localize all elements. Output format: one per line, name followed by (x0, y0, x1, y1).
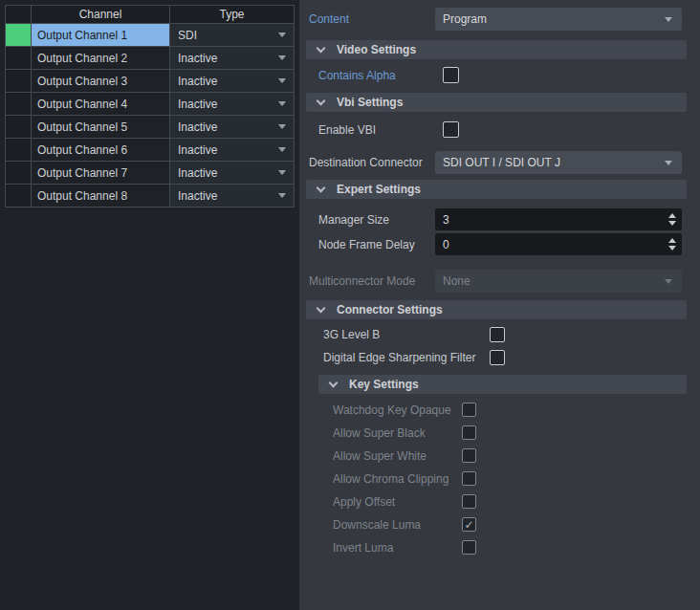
section-video-settings[interactable]: Video Settings (306, 40, 687, 59)
chevron-down-icon (317, 44, 326, 54)
channel-cell[interactable]: Output Channel 3 (32, 70, 170, 93)
downscale-luma-label: Downscale Luma (333, 518, 462, 532)
content-dropdown[interactable]: Program (435, 8, 682, 31)
table-row: Output Channel 7 Inactive (6, 162, 295, 185)
type-cell[interactable]: Inactive (170, 93, 295, 116)
spin-up-icon[interactable] (668, 213, 676, 218)
3g-level-b-checkbox[interactable] (490, 327, 505, 342)
channel-column-header: Channel (32, 6, 170, 24)
manager-size-row: Manager Size 3 (309, 208, 682, 230)
table-row: Output Channel 8 Inactive (6, 185, 295, 207)
section-key-settings[interactable]: Key Settings (318, 375, 687, 394)
allow-super-white-label: Allow Super White (333, 449, 462, 463)
row-indicator[interactable] (6, 185, 32, 207)
chevron-down-icon (278, 124, 286, 129)
apply-offset-label: Apply Offset (333, 495, 462, 509)
type-value: Inactive (178, 143, 217, 157)
type-dropdown[interactable]: Inactive (178, 189, 286, 203)
section-expert-settings[interactable]: Expert Settings (306, 180, 687, 199)
row-indicator-active[interactable] (6, 24, 32, 47)
type-cell[interactable]: Inactive (170, 162, 295, 185)
section-title: Video Settings (337, 43, 416, 56)
chevron-down-icon (278, 78, 286, 83)
section-title: Key Settings (349, 378, 419, 391)
channel-cell[interactable]: Output Channel 1 (32, 24, 170, 47)
section-title: Vbi Settings (337, 96, 403, 109)
digital-edge-row: Digital Edge Sharpening Filter (309, 350, 682, 365)
destination-connector-dropdown[interactable]: SDI OUT I / SDI OUT J (435, 151, 682, 174)
table-row: Output Channel 6 Inactive (6, 139, 295, 162)
type-dropdown[interactable]: Inactive (178, 120, 286, 134)
type-cell[interactable]: Inactive (170, 139, 295, 162)
enable-vbi-checkbox[interactable] (443, 121, 459, 138)
channel-cell[interactable]: Output Channel 5 (32, 116, 170, 139)
section-connector-settings[interactable]: Connector Settings (306, 300, 687, 319)
node-frame-delay-row: Node Frame Delay 0 (309, 233, 682, 255)
type-dropdown[interactable]: SDI (178, 29, 286, 42)
check-icon: ✓ (464, 519, 473, 531)
node-frame-delay-label: Node Frame Delay (318, 238, 435, 251)
type-dropdown[interactable]: Inactive (178, 166, 286, 180)
type-cell[interactable]: Inactive (170, 116, 295, 139)
type-cell[interactable]: SDI (170, 24, 295, 47)
type-value: Inactive (178, 52, 217, 65)
table-row: Output Channel 5 Inactive (6, 116, 295, 139)
spin-down-icon[interactable] (668, 221, 676, 226)
chevron-down-icon (317, 184, 326, 193)
section-title: Connector Settings (337, 303, 443, 316)
invert-luma-label: Invert Luma (333, 541, 462, 555)
channel-cell[interactable]: Output Channel 2 (32, 47, 170, 70)
manager-size-label: Manager Size (318, 213, 435, 227)
type-dropdown[interactable]: Inactive (178, 143, 286, 157)
manager-size-spinbox[interactable]: 3 (435, 208, 682, 230)
multiconnector-mode-dropdown: None (435, 270, 682, 293)
enable-vbi-row: Enable VBI (309, 121, 682, 138)
spin-up-icon[interactable] (668, 238, 676, 243)
type-cell[interactable]: Inactive (170, 185, 295, 207)
section-vbi-settings[interactable]: Vbi Settings (306, 93, 687, 112)
node-frame-delay-value: 0 (443, 238, 449, 251)
destination-connector-label: Destination Connector (309, 156, 435, 169)
allow-chroma-clipping-label: Allow Chroma Clipping (333, 472, 462, 486)
type-value: Inactive (178, 166, 217, 180)
row-indicator[interactable] (6, 116, 32, 139)
channel-cell[interactable]: Output Channel 8 (32, 185, 170, 207)
table-row: Output Channel 1 SDI (6, 24, 295, 47)
section-title: Expert Settings (337, 183, 421, 196)
contains-alpha-label: Contains Alpha (318, 69, 443, 82)
allow-chroma-clipping-checkbox (462, 471, 476, 486)
apply-offset-row: Apply Offset (309, 494, 682, 509)
digital-edge-label: Digital Edge Sharpening Filter (323, 351, 490, 364)
spin-down-icon[interactable] (668, 246, 676, 251)
type-dropdown[interactable]: Inactive (178, 98, 286, 111)
node-frame-delay-spinbox[interactable]: 0 (435, 233, 682, 255)
type-cell[interactable]: Inactive (170, 70, 295, 93)
row-indicator[interactable] (6, 162, 32, 185)
type-dropdown[interactable]: Inactive (178, 75, 286, 88)
multiconnector-mode-row: Multiconnector Mode None (309, 270, 682, 293)
contains-alpha-checkbox[interactable] (443, 67, 459, 83)
app-window: Channel Type Output Channel 1 SDI Output… (0, 0, 700, 610)
row-indicator[interactable] (6, 93, 32, 116)
channel-cell[interactable]: Output Channel 6 (32, 139, 170, 162)
digital-edge-checkbox[interactable] (490, 350, 505, 365)
channel-cell[interactable]: Output Channel 7 (32, 162, 170, 185)
watchdog-key-opaque-checkbox (462, 403, 476, 417)
chevron-down-icon (665, 161, 672, 165)
chevron-down-icon (278, 147, 286, 152)
row-indicator[interactable] (6, 47, 32, 70)
contains-alpha-row: Contains Alpha (309, 67, 682, 83)
type-dropdown[interactable]: Inactive (178, 52, 286, 65)
allow-chroma-clipping-row: Allow Chroma Clipping (309, 471, 682, 486)
channel-cell[interactable]: Output Channel 4 (32, 93, 170, 116)
destination-connector-value: SDI OUT I / SDI OUT J (443, 156, 560, 169)
3g-level-b-label: 3G Level B (323, 328, 490, 341)
type-cell[interactable]: Inactive (170, 47, 295, 70)
chevron-down-icon (278, 170, 286, 175)
row-indicator[interactable] (6, 139, 32, 162)
chevron-down-icon (278, 55, 286, 60)
content-label: Content (309, 12, 435, 26)
row-indicator[interactable] (6, 70, 32, 93)
table-row: Output Channel 2 Inactive (6, 47, 295, 70)
channel-table: Channel Type Output Channel 1 SDI Output… (5, 5, 295, 207)
